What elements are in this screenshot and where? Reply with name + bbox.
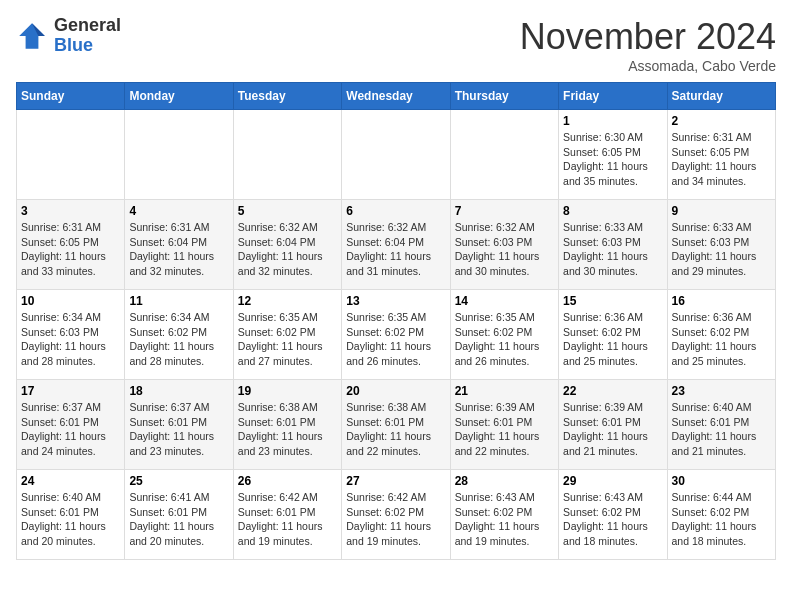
- calendar-cell: 9Sunrise: 6:33 AM Sunset: 6:03 PM Daylig…: [667, 200, 775, 290]
- day-number: 22: [563, 384, 662, 398]
- calendar-cell: 19Sunrise: 6:38 AM Sunset: 6:01 PM Dayli…: [233, 380, 341, 470]
- day-info: Sunrise: 6:38 AM Sunset: 6:01 PM Dayligh…: [238, 400, 337, 459]
- calendar-cell: 26Sunrise: 6:42 AM Sunset: 6:01 PM Dayli…: [233, 470, 341, 560]
- day-info: Sunrise: 6:43 AM Sunset: 6:02 PM Dayligh…: [455, 490, 554, 549]
- day-info: Sunrise: 6:39 AM Sunset: 6:01 PM Dayligh…: [455, 400, 554, 459]
- calendar-week-row: 1Sunrise: 6:30 AM Sunset: 6:05 PM Daylig…: [17, 110, 776, 200]
- day-number: 25: [129, 474, 228, 488]
- calendar-cell: 2Sunrise: 6:31 AM Sunset: 6:05 PM Daylig…: [667, 110, 775, 200]
- day-info: Sunrise: 6:31 AM Sunset: 6:05 PM Dayligh…: [672, 130, 771, 189]
- day-number: 20: [346, 384, 445, 398]
- day-number: 14: [455, 294, 554, 308]
- calendar-cell: [233, 110, 341, 200]
- day-info: Sunrise: 6:33 AM Sunset: 6:03 PM Dayligh…: [672, 220, 771, 279]
- location-subtitle: Assomada, Cabo Verde: [520, 58, 776, 74]
- day-info: Sunrise: 6:35 AM Sunset: 6:02 PM Dayligh…: [455, 310, 554, 369]
- day-info: Sunrise: 6:41 AM Sunset: 6:01 PM Dayligh…: [129, 490, 228, 549]
- calendar-cell: 1Sunrise: 6:30 AM Sunset: 6:05 PM Daylig…: [559, 110, 667, 200]
- day-number: 27: [346, 474, 445, 488]
- day-number: 7: [455, 204, 554, 218]
- day-number: 29: [563, 474, 662, 488]
- day-info: Sunrise: 6:31 AM Sunset: 6:04 PM Dayligh…: [129, 220, 228, 279]
- calendar-cell: 28Sunrise: 6:43 AM Sunset: 6:02 PM Dayli…: [450, 470, 558, 560]
- calendar-cell: 27Sunrise: 6:42 AM Sunset: 6:02 PM Dayli…: [342, 470, 450, 560]
- day-number: 21: [455, 384, 554, 398]
- calendar-week-row: 17Sunrise: 6:37 AM Sunset: 6:01 PM Dayli…: [17, 380, 776, 470]
- logo-icon: [16, 20, 48, 52]
- day-info: Sunrise: 6:33 AM Sunset: 6:03 PM Dayligh…: [563, 220, 662, 279]
- day-info: Sunrise: 6:30 AM Sunset: 6:05 PM Dayligh…: [563, 130, 662, 189]
- day-info: Sunrise: 6:31 AM Sunset: 6:05 PM Dayligh…: [21, 220, 120, 279]
- day-info: Sunrise: 6:36 AM Sunset: 6:02 PM Dayligh…: [672, 310, 771, 369]
- calendar-cell: 5Sunrise: 6:32 AM Sunset: 6:04 PM Daylig…: [233, 200, 341, 290]
- calendar-cell: 17Sunrise: 6:37 AM Sunset: 6:01 PM Dayli…: [17, 380, 125, 470]
- day-number: 11: [129, 294, 228, 308]
- calendar-cell: 20Sunrise: 6:38 AM Sunset: 6:01 PM Dayli…: [342, 380, 450, 470]
- calendar-cell: 3Sunrise: 6:31 AM Sunset: 6:05 PM Daylig…: [17, 200, 125, 290]
- calendar-cell: 22Sunrise: 6:39 AM Sunset: 6:01 PM Dayli…: [559, 380, 667, 470]
- day-of-week-header: Saturday: [667, 83, 775, 110]
- day-info: Sunrise: 6:35 AM Sunset: 6:02 PM Dayligh…: [238, 310, 337, 369]
- day-number: 5: [238, 204, 337, 218]
- calendar-cell: 30Sunrise: 6:44 AM Sunset: 6:02 PM Dayli…: [667, 470, 775, 560]
- day-of-week-header: Friday: [559, 83, 667, 110]
- day-of-week-header: Sunday: [17, 83, 125, 110]
- calendar-cell: [342, 110, 450, 200]
- day-number: 6: [346, 204, 445, 218]
- calendar-cell: 25Sunrise: 6:41 AM Sunset: 6:01 PM Dayli…: [125, 470, 233, 560]
- day-number: 8: [563, 204, 662, 218]
- calendar-cell: [125, 110, 233, 200]
- day-number: 9: [672, 204, 771, 218]
- day-number: 26: [238, 474, 337, 488]
- day-info: Sunrise: 6:42 AM Sunset: 6:01 PM Dayligh…: [238, 490, 337, 549]
- calendar-cell: 4Sunrise: 6:31 AM Sunset: 6:04 PM Daylig…: [125, 200, 233, 290]
- calendar-cell: 29Sunrise: 6:43 AM Sunset: 6:02 PM Dayli…: [559, 470, 667, 560]
- day-info: Sunrise: 6:35 AM Sunset: 6:02 PM Dayligh…: [346, 310, 445, 369]
- day-number: 3: [21, 204, 120, 218]
- month-title: November 2024: [520, 16, 776, 58]
- day-number: 10: [21, 294, 120, 308]
- calendar-week-row: 3Sunrise: 6:31 AM Sunset: 6:05 PM Daylig…: [17, 200, 776, 290]
- logo-text: General Blue: [54, 16, 121, 56]
- logo: General Blue: [16, 16, 121, 56]
- title-block: November 2024 Assomada, Cabo Verde: [520, 16, 776, 74]
- calendar-cell: [17, 110, 125, 200]
- day-number: 19: [238, 384, 337, 398]
- calendar-header-row: SundayMondayTuesdayWednesdayThursdayFrid…: [17, 83, 776, 110]
- day-of-week-header: Wednesday: [342, 83, 450, 110]
- day-info: Sunrise: 6:34 AM Sunset: 6:02 PM Dayligh…: [129, 310, 228, 369]
- day-number: 18: [129, 384, 228, 398]
- calendar-cell: 16Sunrise: 6:36 AM Sunset: 6:02 PM Dayli…: [667, 290, 775, 380]
- calendar-cell: 24Sunrise: 6:40 AM Sunset: 6:01 PM Dayli…: [17, 470, 125, 560]
- calendar-table: SundayMondayTuesdayWednesdayThursdayFrid…: [16, 82, 776, 560]
- calendar-cell: 10Sunrise: 6:34 AM Sunset: 6:03 PM Dayli…: [17, 290, 125, 380]
- calendar-week-row: 10Sunrise: 6:34 AM Sunset: 6:03 PM Dayli…: [17, 290, 776, 380]
- day-info: Sunrise: 6:32 AM Sunset: 6:04 PM Dayligh…: [238, 220, 337, 279]
- day-info: Sunrise: 6:40 AM Sunset: 6:01 PM Dayligh…: [21, 490, 120, 549]
- day-info: Sunrise: 6:37 AM Sunset: 6:01 PM Dayligh…: [129, 400, 228, 459]
- day-info: Sunrise: 6:32 AM Sunset: 6:04 PM Dayligh…: [346, 220, 445, 279]
- calendar-cell: 7Sunrise: 6:32 AM Sunset: 6:03 PM Daylig…: [450, 200, 558, 290]
- calendar-cell: 18Sunrise: 6:37 AM Sunset: 6:01 PM Dayli…: [125, 380, 233, 470]
- day-number: 28: [455, 474, 554, 488]
- day-info: Sunrise: 6:36 AM Sunset: 6:02 PM Dayligh…: [563, 310, 662, 369]
- day-number: 16: [672, 294, 771, 308]
- calendar-cell: 6Sunrise: 6:32 AM Sunset: 6:04 PM Daylig…: [342, 200, 450, 290]
- day-info: Sunrise: 6:43 AM Sunset: 6:02 PM Dayligh…: [563, 490, 662, 549]
- day-number: 12: [238, 294, 337, 308]
- day-number: 24: [21, 474, 120, 488]
- day-info: Sunrise: 6:42 AM Sunset: 6:02 PM Dayligh…: [346, 490, 445, 549]
- calendar-cell: 21Sunrise: 6:39 AM Sunset: 6:01 PM Dayli…: [450, 380, 558, 470]
- day-number: 17: [21, 384, 120, 398]
- day-info: Sunrise: 6:37 AM Sunset: 6:01 PM Dayligh…: [21, 400, 120, 459]
- calendar-cell: 14Sunrise: 6:35 AM Sunset: 6:02 PM Dayli…: [450, 290, 558, 380]
- calendar-cell: 12Sunrise: 6:35 AM Sunset: 6:02 PM Dayli…: [233, 290, 341, 380]
- day-number: 23: [672, 384, 771, 398]
- day-info: Sunrise: 6:34 AM Sunset: 6:03 PM Dayligh…: [21, 310, 120, 369]
- calendar-cell: [450, 110, 558, 200]
- day-number: 4: [129, 204, 228, 218]
- day-number: 2: [672, 114, 771, 128]
- day-number: 1: [563, 114, 662, 128]
- day-info: Sunrise: 6:40 AM Sunset: 6:01 PM Dayligh…: [672, 400, 771, 459]
- day-number: 30: [672, 474, 771, 488]
